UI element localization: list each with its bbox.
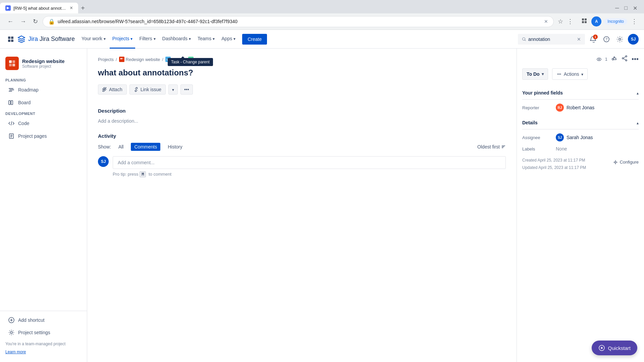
back-button[interactable]: ← [5, 17, 15, 26]
svg-point-46 [622, 58, 624, 59]
more-actions-chevron[interactable] [168, 84, 178, 95]
nav-dashboards[interactable]: Dashboards [160, 30, 194, 49]
quickstart-button[interactable]: Quickstart [592, 341, 637, 355]
forward-button[interactable]: → [18, 17, 28, 26]
labels-label: Labels [522, 146, 556, 152]
bookmark-button[interactable]: ☆ [556, 16, 565, 26]
link-icon [134, 87, 139, 92]
svg-point-51 [560, 74, 561, 75]
help-button[interactable]: ? [601, 34, 612, 45]
address-bar: ← → ↻ 🔒 uifeed.atlassian.net/browse/RW-5… [0, 13, 644, 29]
assignee-value: SJ Sarah Jonas [556, 133, 593, 141]
app-grid-button[interactable] [5, 34, 16, 45]
team-note: You're in a team-managed project [0, 339, 87, 349]
apps-chevron [233, 36, 235, 41]
details-header[interactable]: Details [522, 116, 639, 129]
jira-logo[interactable]: Jira Jira Software [17, 35, 75, 43]
window-maximize-button[interactable]: □ [623, 4, 629, 12]
roadmap-icon [8, 86, 15, 93]
attach-button[interactable]: Attach [98, 84, 127, 95]
description-placeholder[interactable]: Add a description... [98, 117, 506, 125]
sidebar-item-roadmap[interactable]: Roadmap [3, 84, 84, 96]
tab-close-button[interactable]: × [70, 5, 73, 11]
settings-button[interactable] [614, 34, 625, 45]
actions-dropdown[interactable]: Actions [552, 68, 588, 80]
notifications-button[interactable]: 1 [588, 34, 598, 45]
show-filter-row: Show: All Comments History Oldest first [98, 143, 506, 151]
svg-point-32 [10, 331, 12, 334]
sort-button[interactable]: Oldest first [477, 144, 506, 149]
sidebar-item-project-pages[interactable]: Project pages [3, 130, 84, 142]
nav-right: ✕ 1 ? SJ [518, 34, 639, 45]
learn-more-link[interactable]: Learn more [0, 350, 31, 357]
window-minimize-button[interactable]: ─ [614, 4, 620, 12]
code-label: Code [18, 121, 29, 126]
board-label: Board [18, 100, 31, 105]
project-type: Software project [22, 64, 65, 69]
svg-point-13 [619, 38, 621, 40]
svg-point-44 [626, 56, 627, 57]
sidebar-item-project-settings[interactable]: Project settings [3, 326, 84, 339]
svg-rect-20 [9, 91, 12, 92]
action-buttons: Attach Link issue ••• [98, 84, 506, 95]
browser-tab[interactable]: [RW-5] what about annotations? × [0, 3, 78, 13]
show-comments-button[interactable]: Comments [131, 143, 160, 151]
more-options-button[interactable]: ••• [180, 84, 193, 95]
project-info: Redesign website Software project [22, 58, 65, 69]
browser-menu-button[interactable]: ⋮ [566, 16, 575, 26]
attach-icon [102, 87, 107, 92]
svg-marker-0 [7, 7, 9, 9]
nav-teams[interactable]: Teams [195, 30, 217, 49]
sidebar-item-add-shortcut[interactable]: Add shortcut [3, 314, 84, 326]
description-section: Description Add a description... [98, 108, 506, 125]
new-tab-button[interactable]: + [78, 3, 88, 13]
breadcrumb-projects[interactable]: Projects [98, 57, 114, 62]
show-history-button[interactable]: History [164, 143, 186, 151]
nav-your-work[interactable]: Your work [79, 30, 108, 49]
extensions-button[interactable] [580, 16, 589, 27]
link-issue-button[interactable]: Link issue [129, 84, 166, 95]
svg-point-50 [558, 74, 559, 75]
nav-apps[interactable]: Apps [219, 30, 238, 49]
window-close-button[interactable]: ✕ [632, 4, 639, 13]
nav-projects[interactable]: Projects [110, 30, 136, 49]
svg-rect-7 [8, 40, 10, 42]
teams-chevron [213, 36, 215, 41]
sort-icon [501, 144, 506, 149]
svg-point-54 [601, 347, 603, 349]
search-input[interactable] [528, 37, 575, 42]
assignee-field: Assignee SJ Sarah Jonas [522, 133, 639, 141]
url-clear-icon[interactable]: ✕ [544, 19, 548, 24]
reload-button[interactable]: ↻ [31, 16, 40, 26]
created-value: April 25, 2023 at 11:17 PM [537, 158, 585, 163]
create-button[interactable]: Create [242, 34, 267, 45]
search-clear-icon[interactable]: ✕ [577, 37, 581, 42]
profile-button[interactable]: A [591, 16, 601, 26]
svg-rect-18 [9, 88, 13, 89]
tab-favicon [5, 5, 11, 11]
svg-rect-4 [585, 21, 587, 23]
svg-rect-2 [585, 18, 587, 20]
search-box[interactable]: ✕ [518, 34, 585, 45]
browser-options-button[interactable]: ⋮ [630, 16, 639, 26]
status-button[interactable]: To Do [522, 68, 548, 80]
details-toggle[interactable] [637, 120, 639, 126]
configure-button[interactable]: Configure [613, 160, 639, 165]
sidebar-item-code[interactable]: Code [3, 117, 84, 129]
more-options-right-button[interactable]: ••• [632, 55, 639, 63]
share-button[interactable] [622, 55, 628, 63]
user-avatar[interactable]: SJ [628, 34, 639, 45]
nav-filters[interactable]: Filters [137, 30, 158, 49]
sidebar-item-board[interactable]: Board [3, 97, 84, 109]
pinned-fields-toggle[interactable] [637, 90, 639, 96]
breadcrumb-redesign-website[interactable]: Redesign website [119, 57, 160, 62]
actions-chevron [581, 71, 583, 77]
svg-rect-15 [12, 60, 15, 63]
url-bar[interactable]: 🔒 uifeed.atlassian.net/browse/RW-5?searc… [43, 16, 554, 27]
configure-icon [613, 160, 618, 165]
thumbs-up-button[interactable] [611, 55, 618, 63]
show-all-button[interactable]: All [115, 143, 127, 151]
breadcrumb-sep-2: / [162, 57, 163, 62]
comment-input[interactable]: Add a comment... [113, 156, 506, 169]
pinned-fields-header[interactable]: Your pinned fields [522, 86, 639, 100]
